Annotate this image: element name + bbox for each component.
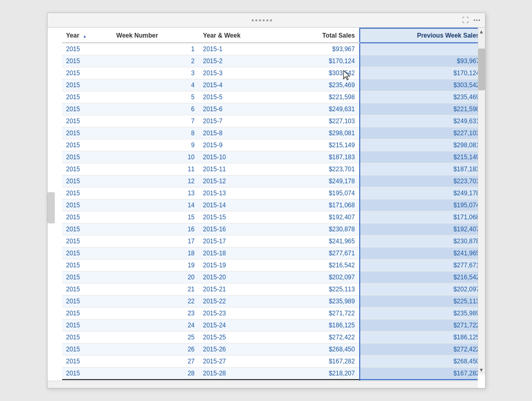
prev-week-cell: $221,598	[360, 103, 478, 115]
prev-week-cell: $235,989	[360, 308, 478, 320]
table-row: 2015242015-24$186,125$271,722	[62, 320, 478, 332]
table-cell: $225,113	[278, 284, 360, 296]
table-cell: 22	[112, 296, 199, 308]
table-cell: 2015	[62, 115, 112, 127]
table-cell: 2015	[62, 223, 112, 235]
sort-asc-icon: ▲	[82, 34, 87, 39]
table-cell: $195,074	[278, 187, 360, 199]
table-cell: 2015	[62, 296, 112, 308]
table-cell: 2015-5	[199, 91, 278, 103]
resize-handle-left[interactable]	[48, 192, 55, 223]
table-cell: $187,183	[278, 151, 360, 163]
table-cell: $167,282	[278, 356, 360, 368]
prev-week-cell	[360, 43, 478, 55]
table-cell: 26	[112, 344, 199, 356]
more-options-icon[interactable]: ⋯	[473, 16, 481, 25]
table-cell: $271,722	[278, 308, 360, 320]
table-row: 2015112015-11$223,701$187,183	[62, 163, 478, 175]
col-header-week[interactable]: Week Number	[112, 28, 199, 43]
table-row: 201532015-3$303,542$170,124	[62, 67, 478, 79]
table-cell: 2015-21	[199, 284, 278, 296]
table-cell: 2015	[62, 308, 112, 320]
col-header-total-sales[interactable]: Total Sales	[278, 28, 360, 43]
table-row: 201512015-1$93,967	[62, 43, 478, 55]
prev-week-cell: $171,068	[360, 211, 478, 223]
table-cell: $218,207	[278, 368, 360, 380]
table-cell: 16	[112, 223, 199, 235]
table-cell: $192,407	[278, 211, 360, 223]
col-header-yearweek[interactable]: Year & Week	[199, 28, 278, 43]
prev-week-cell: $277,671	[360, 260, 478, 272]
scroll-down-arrow[interactable]: ▼	[478, 366, 485, 374]
table-cell: $249,631	[278, 103, 360, 115]
prev-week-cell: $272,422	[360, 344, 478, 356]
table-cell: 2015	[62, 199, 112, 211]
table-row: 201542015-4$235,469$303,542	[62, 79, 478, 91]
table-cell: $235,469	[278, 79, 360, 91]
table-cell: 27	[112, 356, 199, 368]
table-wrapper: Year ▲ Week Number Year & Week Total Sal…	[48, 28, 478, 381]
prev-week-cell: $186,125	[360, 332, 478, 344]
table-cell: $298,081	[278, 127, 360, 139]
table-cell: 2015-4	[199, 79, 278, 91]
prev-week-cell: $235,469	[360, 91, 478, 103]
prev-week-cell: $249,178	[360, 187, 478, 199]
scroll-up-arrow[interactable]: ▲	[478, 28, 485, 36]
table-row: 2015202015-20$202,097$216,542	[62, 272, 478, 284]
table-cell: 2015-6	[199, 103, 278, 115]
table-cell: 2015-17	[199, 235, 278, 247]
table-cell: 2015	[62, 247, 112, 260]
table-cell: 2015	[62, 79, 112, 91]
table-cell: 2015-16	[199, 223, 278, 235]
table-row: 2015132015-13$195,074$249,178	[62, 187, 478, 199]
scrollbar-horizontal[interactable]	[48, 381, 478, 388]
window-topbar: ⛶ ⋯	[48, 13, 485, 28]
table-cell: 2015	[62, 67, 112, 79]
table-row: 201552015-5$221,598$235,469	[62, 91, 478, 103]
scroll-thumb[interactable]	[478, 49, 485, 90]
table-row: 201582015-8$298,081$227,103	[62, 127, 478, 139]
col-header-year[interactable]: Year ▲	[62, 28, 112, 43]
prev-week-cell: $303,542	[360, 79, 478, 91]
table-row: 201522015-2$170,124$93,967	[62, 55, 478, 67]
table-cell: $303,542	[278, 67, 360, 79]
table-visual-window: ⛶ ⋯ ▲ ▼ Year ▲	[47, 13, 486, 388]
table-cell: 2015	[62, 139, 112, 151]
table-cell: $277,671	[278, 247, 360, 260]
table-cell: 17	[112, 235, 199, 247]
prev-week-cell: $167,282	[360, 368, 478, 380]
table-cell: $241,965	[278, 235, 360, 247]
table-cell: 24	[112, 320, 199, 332]
table-cell: 8	[112, 127, 199, 139]
table-cell: 2015	[62, 320, 112, 332]
table-cell: 2015-1	[199, 43, 278, 55]
table-cell: 2015-26	[199, 344, 278, 356]
table-cell: 1	[112, 43, 199, 55]
table-container: ▲ ▼ Year ▲ Week Number	[48, 28, 485, 388]
prev-week-cell: $216,542	[360, 272, 478, 284]
prev-week-cell: $170,124	[360, 67, 478, 79]
table-cell: 2015-12	[199, 175, 278, 187]
scrollbar-vertical[interactable]: ▲ ▼	[478, 28, 485, 374]
table-cell: 7	[112, 115, 199, 127]
table-cell: 2015	[62, 272, 112, 284]
table-cell: 2015-24	[199, 320, 278, 332]
table-cell: 2015-3	[199, 67, 278, 79]
prev-week-cell: $268,450	[360, 356, 478, 368]
prev-week-cell: $227,103	[360, 127, 478, 139]
table-row: 2015142015-14$171,068$195,074	[62, 199, 478, 211]
table-cell: 2015-22	[199, 296, 278, 308]
prev-week-cell: $215,149	[360, 151, 478, 163]
col-header-prev-week[interactable]: Previous Week Sales	[360, 28, 478, 43]
table-cell: 23	[112, 308, 199, 320]
table-header-row: Year ▲ Week Number Year & Week Total Sal…	[62, 28, 478, 43]
expand-icon[interactable]: ⛶	[462, 16, 469, 24]
table-cell: 2015-14	[199, 199, 278, 211]
table-cell: $171,068	[278, 199, 360, 211]
table-cell: 2015	[62, 344, 112, 356]
table-row: 2015162015-16$230,878$192,407	[62, 223, 478, 235]
table-cell: $223,701	[278, 163, 360, 175]
table-cell: 2015	[62, 211, 112, 223]
table-cell: 2015	[62, 43, 112, 55]
table-cell: $268,450	[278, 344, 360, 356]
